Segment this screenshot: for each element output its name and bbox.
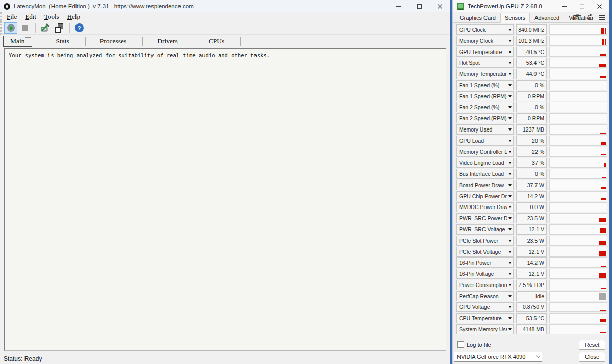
- sensor-select[interactable]: PWR_SRC Power Draw: [456, 213, 514, 223]
- sensor-row: GPU Load 20 %: [456, 136, 607, 146]
- menu-item[interactable]: Edit: [25, 13, 36, 21]
- sensor-select[interactable]: GPU Voltage: [456, 302, 514, 313]
- analyze-button[interactable]: [38, 22, 52, 34]
- desktop: LatencyMon (Home Edition ) v 7.31 - http…: [0, 0, 612, 364]
- gpuz-tab[interactable]: Graphics Card: [455, 13, 500, 23]
- sensor-select[interactable]: 16-Pin Voltage: [456, 269, 514, 279]
- graph-bar: [601, 142, 606, 144]
- sensor-select[interactable]: Hot Spot: [456, 58, 514, 68]
- sensor-label: 16-Pin Voltage: [459, 271, 507, 277]
- latencymon-tab[interactable]: Drivers: [150, 36, 185, 46]
- gpu-selector-dropdown[interactable]: NVIDIA GeForce RTX 4090: [454, 352, 542, 362]
- minimize-button[interactable]: [556, 0, 573, 12]
- sensor-select[interactable]: Bus Interface Load: [456, 169, 514, 179]
- chevron-down-icon: [508, 284, 512, 286]
- sensor-row: Board Power Draw 37.7 W: [456, 180, 607, 190]
- sensor-select[interactable]: Memory Used: [456, 124, 514, 135]
- refresh-icon[interactable]: [586, 14, 594, 21]
- menu-item[interactable]: Help: [67, 13, 80, 21]
- analyze-icon: [40, 23, 50, 33]
- minimize-icon: [396, 6, 401, 7]
- sensor-select[interactable]: PerfCap Reason: [456, 291, 514, 301]
- sensor-select[interactable]: PCIe Slot Voltage: [456, 247, 514, 257]
- sensor-graph: [549, 236, 607, 246]
- latencymon-tab[interactable]: Stats: [49, 36, 76, 46]
- gpuz-tab[interactable]: Sensors: [500, 13, 530, 23]
- sensor-select[interactable]: GPU Load: [456, 136, 514, 146]
- sensor-value: 0 RPM: [516, 91, 547, 101]
- sensor-graph: [549, 147, 607, 157]
- menu-item[interactable]: File: [7, 13, 17, 21]
- sensor-select[interactable]: MVDDC Power Draw: [456, 202, 514, 213]
- chevron-down-icon: [508, 128, 512, 131]
- latencymon-main-panel: Your system is being analyzed for suitab…: [4, 48, 446, 351]
- sensor-select[interactable]: Fan 2 Speed (%): [456, 102, 514, 112]
- chevron-down-icon: [508, 295, 512, 297]
- graph-bar: [600, 54, 606, 56]
- sensor-select[interactable]: Fan 2 Speed (RPM): [456, 113, 514, 123]
- sensor-select[interactable]: System Memory Used: [456, 324, 514, 334]
- gpuz-tabbar: Graphics CardSensorsAdvancedValidation: [453, 12, 609, 23]
- sensor-value: Idle: [516, 291, 547, 301]
- close-button[interactable]: [429, 0, 450, 12]
- sensor-select[interactable]: PCIe Slot Power: [456, 236, 514, 246]
- sensor-select[interactable]: Board Power Draw: [456, 180, 514, 190]
- sensor-select[interactable]: Video Engine Load: [456, 158, 514, 168]
- start-monitor-button[interactable]: [4, 22, 17, 34]
- report-button[interactable]: [53, 22, 66, 34]
- menu-icon[interactable]: [599, 15, 605, 20]
- sensor-graph: [549, 269, 607, 279]
- sensor-select[interactable]: Memory Controller Load: [456, 147, 514, 157]
- latencymon-tab[interactable]: Main: [3, 36, 32, 47]
- sensor-row: Fan 1 Speed (%) 0 %: [456, 80, 607, 90]
- sensor-select[interactable]: Memory Clock: [456, 36, 514, 46]
- camera-icon[interactable]: [573, 14, 581, 20]
- sensor-select[interactable]: Power Consumption (%): [456, 280, 514, 290]
- latencymon-titlebar[interactable]: LatencyMon (Home Edition ) v 7.31 - http…: [0, 0, 450, 12]
- minimize-button[interactable]: [389, 0, 409, 12]
- sensor-value: 44.0 °C: [516, 69, 547, 79]
- sensor-label: PCIe Slot Power: [459, 238, 507, 244]
- sensor-select[interactable]: Fan 1 Speed (%): [456, 80, 514, 90]
- sensor-select[interactable]: Fan 1 Speed (RPM): [456, 91, 514, 101]
- chevron-down-icon: [508, 173, 512, 175]
- gpuz-titlebar[interactable]: TechPowerUp GPU-Z 2.68.0: [453, 0, 609, 12]
- sensor-select[interactable]: 16-Pin Power: [456, 257, 514, 268]
- close-button[interactable]: [591, 0, 608, 12]
- sensor-graph: [549, 24, 607, 35]
- gpuz-window-title: TechPowerUp GPU-Z 2.68.0: [468, 3, 542, 9]
- stop-monitor-button[interactable]: [18, 22, 32, 34]
- sensor-select[interactable]: Memory Temperature: [456, 69, 514, 79]
- help-button[interactable]: [72, 22, 86, 34]
- sensor-row: Fan 2 Speed (%) 0 %: [456, 102, 607, 112]
- sensor-select[interactable]: CPU Temperature: [456, 313, 514, 323]
- close-app-button[interactable]: Close: [579, 352, 605, 362]
- sensor-select[interactable]: GPU Clock: [456, 24, 514, 35]
- sensor-graph: [549, 247, 607, 257]
- gpuz-tab[interactable]: Advanced: [530, 13, 564, 23]
- menu-item[interactable]: Tools: [44, 13, 59, 21]
- graph-bar: [602, 211, 606, 211]
- latencymon-tab[interactable]: Processes: [93, 36, 134, 46]
- sensor-row: 16-Pin Voltage 12.1 V: [456, 269, 607, 279]
- maximize-button[interactable]: [409, 0, 429, 12]
- reset-button[interactable]: Reset: [579, 340, 605, 350]
- sensor-list: GPU Clock 840.0 MHz Memory Clock 101.3 M…: [456, 24, 607, 335]
- sensor-select[interactable]: GPU Chip Power Draw: [456, 191, 514, 201]
- sensor-graph: [549, 91, 607, 101]
- sensor-select[interactable]: PWR_SRC Voltage: [456, 224, 514, 235]
- latencymon-tab[interactable]: CPUs: [202, 36, 232, 46]
- sensor-value: 0.0 W: [516, 202, 547, 213]
- sensor-graph: [549, 102, 607, 112]
- sensor-row: CPU Temperature 53.5 °C: [456, 313, 607, 323]
- sensor-row: Video Engine Load 37 %: [456, 158, 607, 168]
- sensor-graph: [549, 302, 607, 313]
- minimize-icon: [562, 6, 567, 7]
- sensor-row: GPU Voltage 0.8750 V: [456, 302, 607, 313]
- sensor-select[interactable]: GPU Temperature: [456, 47, 514, 57]
- chevron-down-icon: [508, 328, 512, 330]
- start-monitor-icon: [7, 24, 15, 32]
- sensor-row: GPU Chip Power Draw 14.2 W: [456, 191, 607, 201]
- sensor-label: PerfCap Reason: [459, 293, 507, 299]
- log-to-file-checkbox[interactable]: [457, 341, 464, 348]
